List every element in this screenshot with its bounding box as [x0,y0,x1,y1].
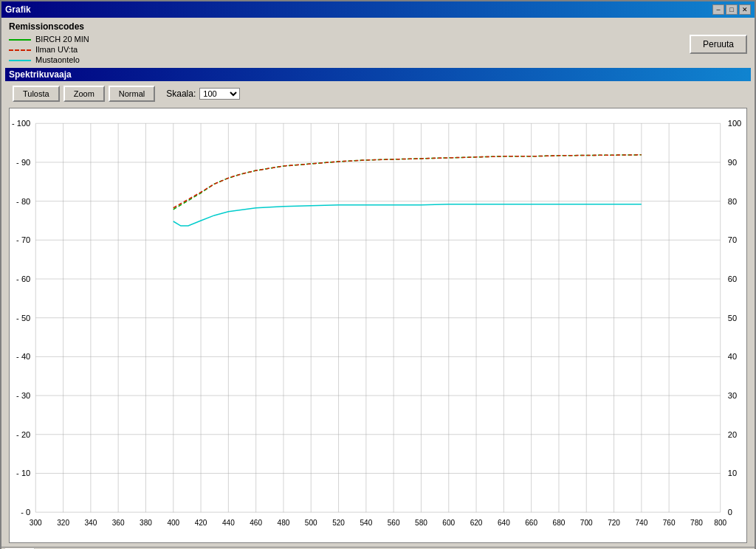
svg-text:420: 420 [195,519,207,527]
svg-text:60: 60 [728,274,737,283]
chart-area: - 100 - 90 - 80 - 70 - 60 - 50 - 40 - 30… [9,108,747,543]
svg-text:740: 740 [635,519,647,527]
spektri-section: Spektrikuvaaja Tulosta Zoom Normal Skaal… [5,68,751,547]
svg-text:70: 70 [728,235,737,244]
legend-item-birch: BIRCH 20 MIN [9,35,89,44]
remissions-panel: Remissionscodes BIRCH 20 MIN Ilman UV:ta… [1,18,755,68]
svg-text:- 10: - 10 [16,469,30,477]
svg-text:360: 360 [112,519,125,527]
zoom-button[interactable]: Zoom [63,86,105,102]
peruuta-button[interactable]: Peruuta [690,35,747,54]
svg-text:30: 30 [728,391,737,400]
title-bar-buttons: – □ ✕ [712,4,751,15]
svg-text:640: 640 [498,519,510,527]
skaala-dropdown[interactable]: 100 50 200 [199,88,240,100]
legend-area: BIRCH 20 MIN Ilman UV:ta Mustaontelo Per… [9,35,747,64]
svg-text:400: 400 [167,519,179,527]
svg-text:460: 460 [250,519,262,527]
legend-line-musta [9,60,31,61]
minimize-button[interactable]: – [712,4,724,15]
legend-item-musta: Mustaontelo [9,55,89,64]
legend-line-birch [9,39,31,41]
svg-text:20: 20 [728,430,737,439]
chart-svg: - 100 - 90 - 80 - 70 - 60 - 50 - 40 - 30… [10,108,746,542]
svg-text:- 100: - 100 [12,119,30,128]
svg-rect-0 [10,108,746,542]
svg-text:780: 780 [690,519,703,527]
svg-text:580: 580 [415,519,427,527]
svg-text:- 40: - 40 [16,352,30,361]
close-button[interactable]: ✕ [739,4,751,15]
svg-text:90: 90 [728,158,737,167]
svg-text:340: 340 [84,519,97,527]
normal-button[interactable]: Normal [109,86,155,102]
svg-text:- 90: - 90 [16,158,30,167]
svg-text:760: 760 [663,519,676,527]
svg-text:600: 600 [442,519,455,527]
svg-text:660: 660 [525,519,537,527]
svg-text:700: 700 [580,519,593,527]
skaala-select[interactable]: 100 50 200 [199,88,240,100]
legend-label-ilman: Ilman UV:ta [35,45,78,54]
svg-text:50: 50 [728,314,737,322]
window-title: Grafik [5,4,31,15]
svg-text:- 70: - 70 [16,235,30,244]
legend-label-birch: BIRCH 20 MIN [35,35,89,44]
svg-text:0: 0 [728,508,732,517]
svg-text:320: 320 [57,519,69,527]
legend-item-ilman: Ilman UV:ta [9,45,89,54]
svg-text:800: 800 [714,519,726,527]
skaala-label: Skaala: [166,89,196,99]
svg-text:100: 100 [728,119,741,128]
svg-text:80: 80 [728,197,737,206]
svg-text:- 50: - 50 [16,314,30,322]
svg-text:500: 500 [305,519,317,527]
legend-line-ilman [9,49,31,51]
legend-items: BIRCH 20 MIN Ilman UV:ta Mustaontelo [9,35,89,64]
remissions-title: Remissionscodes [9,21,747,32]
svg-text:540: 540 [360,519,372,527]
tulosta-button[interactable]: Tulosta [13,86,60,102]
svg-text:520: 520 [332,519,345,527]
svg-text:560: 560 [388,519,400,527]
svg-text:680: 680 [553,519,566,527]
svg-text:- 30: - 30 [16,391,30,400]
svg-text:480: 480 [278,519,290,527]
svg-text:10: 10 [728,469,737,477]
main-window: Grafik – □ ✕ Remissionscodes BIRCH 20 MI… [0,0,756,549]
svg-text:- 20: - 20 [16,430,30,439]
toolbar: Tulosta Zoom Normal Skaala: 100 50 200 [5,81,751,106]
svg-text:380: 380 [140,519,152,527]
spektri-header: Spektrikuvaaja [5,68,751,81]
svg-text:300: 300 [30,519,42,527]
window-content: Remissionscodes BIRCH 20 MIN Ilman UV:ta… [1,18,755,549]
svg-text:440: 440 [222,519,235,527]
title-bar: Grafik – □ ✕ [1,1,755,18]
svg-text:620: 620 [470,519,483,527]
legend-label-musta: Mustaontelo [35,55,80,64]
svg-text:- 80: - 80 [16,197,30,206]
maximize-button[interactable]: □ [726,4,738,15]
svg-text:720: 720 [608,519,620,527]
svg-text:- 60: - 60 [16,274,30,283]
svg-text:- 0: - 0 [21,508,30,517]
svg-text:40: 40 [728,352,737,361]
